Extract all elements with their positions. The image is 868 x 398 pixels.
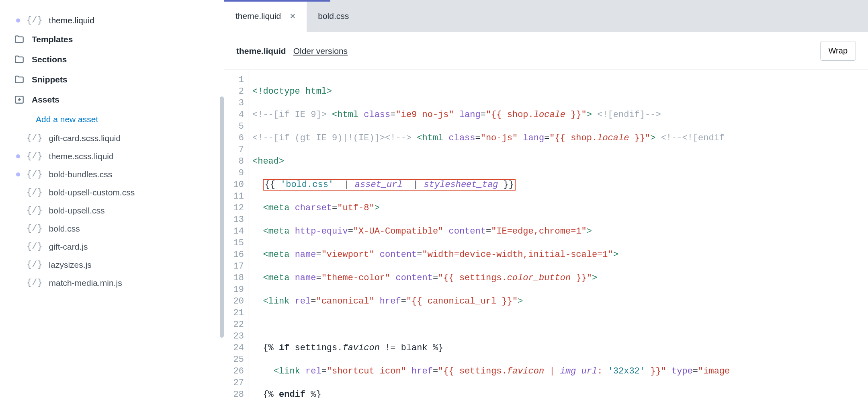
- folder-icon: [14, 34, 25, 45]
- close-icon[interactable]: ×: [290, 11, 295, 21]
- tab-bold-css[interactable]: bold.css: [307, 0, 360, 32]
- sidebar-section-templates[interactable]: Templates: [0, 29, 224, 49]
- asset-item[interactable]: {/}theme.scss.liquid: [0, 147, 224, 165]
- section-label: Templates: [32, 35, 73, 44]
- asset-item[interactable]: {/}bold-bundles.css: [0, 165, 224, 183]
- asset-label: gift-card.scss.liquid: [49, 133, 121, 143]
- tab-label: bold.css: [318, 11, 349, 21]
- section-label: Snippets: [32, 75, 68, 84]
- asset-label: bold-bundles.css: [49, 170, 113, 179]
- liquid-file-icon: {/}: [27, 15, 43, 25]
- asset-item[interactable]: {/}bold.css: [0, 220, 224, 238]
- modified-dot-icon: [16, 18, 20, 23]
- asset-label: bold-upsell.css: [49, 206, 105, 215]
- asset-item[interactable]: {/}lazysizes.js: [0, 256, 224, 274]
- tab-theme-liquid[interactable]: theme.liquid ×: [224, 0, 307, 32]
- line-gutter: 1234567891011121314151617181920212223242…: [224, 70, 248, 398]
- sidebar-section-snippets[interactable]: Snippets: [0, 70, 224, 90]
- asset-label: match-media.min.js: [49, 278, 122, 288]
- add-new-asset-link[interactable]: Add a new asset: [0, 110, 224, 129]
- sidebar-scrollbar[interactable]: [220, 96, 224, 338]
- asset-item[interactable]: {/}match-media.min.js: [0, 274, 224, 292]
- tab-bar: theme.liquid × bold.css: [224, 0, 868, 32]
- editor-title: theme.liquid: [236, 46, 286, 56]
- asset-label: gift-card.js: [49, 242, 88, 252]
- download-folder-icon: [14, 94, 25, 105]
- section-label: Sections: [32, 55, 67, 64]
- asset-item[interactable]: {/}gift-card.js: [0, 238, 224, 256]
- asset-item[interactable]: {/}bold-upsell-custom.css: [0, 183, 224, 201]
- code-content[interactable]: <!doctype html> <!--[if IE 9]> <html cla…: [248, 70, 868, 398]
- sidebar-section-assets[interactable]: Assets: [0, 90, 224, 110]
- wrap-button[interactable]: Wrap: [820, 41, 856, 61]
- liquid-file-icon: {/}: [27, 242, 43, 252]
- liquid-file-icon: {/}: [27, 260, 43, 270]
- sidebar-section-sections[interactable]: Sections: [0, 49, 224, 70]
- file-label: theme.liquid: [49, 16, 94, 25]
- main-panel: theme.liquid × bold.css theme.liquid Old…: [224, 0, 868, 398]
- modified-dot-icon: [16, 154, 20, 158]
- liquid-file-icon: {/}: [27, 205, 43, 215]
- code-editor[interactable]: 1234567891011121314151617181920212223242…: [224, 70, 868, 398]
- sidebar: {/} theme.liquid Templates Sections Snip…: [0, 0, 224, 398]
- folder-icon: [14, 54, 25, 65]
- asset-label: lazysizes.js: [49, 260, 92, 270]
- liquid-file-icon: {/}: [27, 169, 43, 179]
- editor-header: theme.liquid Older versions Wrap: [224, 32, 868, 70]
- asset-label: bold-upsell-custom.css: [49, 188, 135, 197]
- section-label: Assets: [32, 95, 59, 105]
- modified-dot-icon: [16, 172, 20, 176]
- liquid-file-icon: {/}: [27, 224, 43, 234]
- liquid-file-icon: {/}: [27, 151, 43, 161]
- asset-label: bold.css: [49, 224, 80, 234]
- folder-icon: [14, 74, 25, 85]
- tab-label: theme.liquid: [235, 11, 281, 21]
- older-versions-link[interactable]: Older versions: [293, 46, 348, 56]
- asset-label: theme.scss.liquid: [49, 152, 114, 161]
- sidebar-current-file[interactable]: {/} theme.liquid: [0, 11, 224, 29]
- liquid-file-icon: {/}: [27, 278, 43, 288]
- highlighted-code: {{ 'bold.css' | asset_url | stylesheet_t…: [263, 179, 516, 191]
- liquid-file-icon: {/}: [27, 133, 43, 143]
- asset-item[interactable]: {/}bold-upsell.css: [0, 201, 224, 220]
- liquid-file-icon: {/}: [27, 187, 43, 197]
- asset-item[interactable]: {/}gift-card.scss.liquid: [0, 129, 224, 147]
